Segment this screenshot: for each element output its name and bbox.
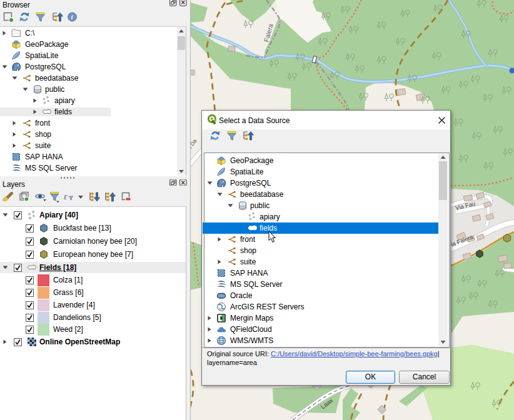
svg-text:ε: ε <box>64 192 68 201</box>
